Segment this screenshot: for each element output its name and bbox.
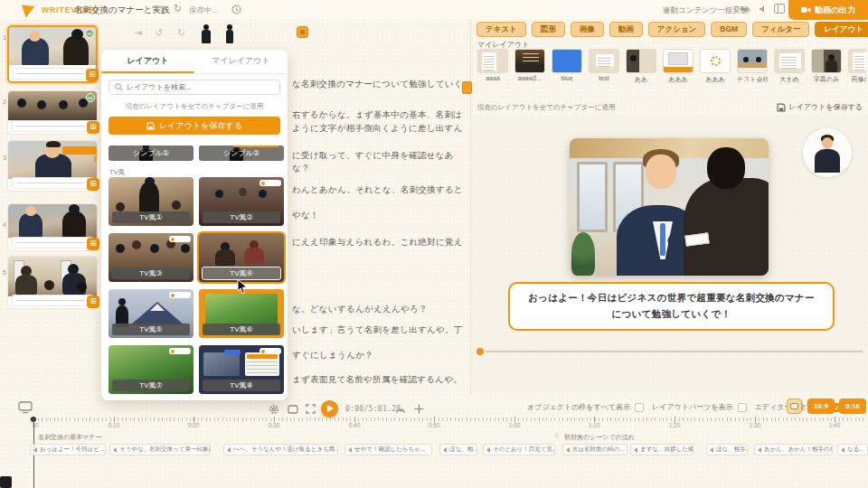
preview-monitor-icon[interactable] <box>288 405 298 414</box>
scene-caption[interactable] <box>13 68 92 80</box>
script-line[interactable]: な名刺交換のマナーについて勉強していく <box>292 79 471 90</box>
tab-actions[interactable]: アクション <box>648 22 706 37</box>
pan-tool-icon[interactable] <box>414 404 424 414</box>
script-line[interactable]: にええ印象与えられるわ。これ絶対に覚え <box>292 237 471 249</box>
chapter-title-2[interactable]: 初対面のシーンでの流れ <box>564 433 635 442</box>
my-layout-item[interactable]: 画像の... <box>848 49 866 84</box>
timeline-clip-7[interactable]: 次は初対面の時の... <box>562 444 627 455</box>
scene-layout-button[interactable]: ⊞ <box>87 238 99 250</box>
my-layout-item[interactable]: aaaw2... <box>514 49 545 84</box>
scene-item-2[interactable]: ⊞ <box>7 90 98 135</box>
layout-option-tv-2[interactable]: TV風② <box>199 177 284 226</box>
apply-all-chapters-link-right[interactable]: 現在のレイアウトを全てのチャプターに適用 <box>477 103 615 112</box>
tab-video[interactable]: 動画 <box>609 22 643 37</box>
history-clock-icon[interactable] <box>231 5 241 14</box>
scene-layout-button[interactable]: ⊞ <box>87 178 99 191</box>
my-layout-item[interactable]: blue <box>552 49 582 84</box>
chapter-drag-handle[interactable]: ⠿ <box>554 433 559 440</box>
layout-option-simple-2[interactable]: シンプル② <box>199 145 284 161</box>
scene-item-1[interactable]: ⊞ <box>7 25 98 83</box>
script-line[interactable]: いします」言うて名刺を差し出すんや。丁 <box>292 324 471 336</box>
tab-layout-active[interactable]: レイアウト <box>815 22 868 37</box>
timeline-clip-11[interactable]: なる... <box>837 444 868 455</box>
translate-icon[interactable]: Aあ <box>740 5 750 14</box>
save-layout-link[interactable]: レイアウトを保存する <box>777 102 863 112</box>
export-video-button[interactable]: 動画の出力 <box>788 0 868 20</box>
chapter-title-1[interactable]: 名刺交換の基本マナー <box>38 433 102 442</box>
settings-gear-icon[interactable] <box>269 404 279 415</box>
layout-option-tv-3[interactable]: TV風③ <box>108 233 193 282</box>
my-layout-item[interactable]: test <box>589 49 619 84</box>
tab-layouts[interactable]: レイアウト <box>101 50 194 72</box>
script-line[interactable]: に受け取って、すぐに中身を確認せなあ <box>292 150 471 162</box>
tab-bgm[interactable]: BGM <box>711 22 747 37</box>
timeline-clip-5[interactable]: ほな、相... <box>439 444 477 455</box>
my-layout-item[interactable]: 字幕のみ <box>811 49 842 84</box>
timeline-ruler[interactable] <box>30 418 866 421</box>
script-line[interactable]: すぐにしまうんか？ <box>292 350 471 361</box>
tab-shapes[interactable]: 図形 <box>532 22 565 37</box>
panel-collapse-handle[interactable] <box>462 81 472 94</box>
scene-item-5[interactable]: ⊞ <box>7 256 98 309</box>
layout-option-tv-1[interactable]: TV風① <box>108 177 193 226</box>
playback-speed-icon[interactable] <box>395 405 406 414</box>
script-line[interactable]: ように文字が相手側向くように差し出すん <box>292 123 471 135</box>
scene-caption[interactable] <box>12 177 93 189</box>
tab-filters[interactable]: フィルター <box>752 22 809 37</box>
script-line[interactable]: な？ <box>292 163 471 174</box>
tab-images[interactable]: 画像 <box>571 22 604 37</box>
selected-element-indicator-icon[interactable] <box>297 26 308 38</box>
character-1-button[interactable] <box>201 24 212 43</box>
audio-icon[interactable] <box>759 5 768 14</box>
timeline-clip-4[interactable]: せやで！確認したらちゃ... <box>344 444 432 455</box>
ratio-16-9-button[interactable]: 16:9 <box>807 399 835 414</box>
show-layout-parts-checkbox[interactable] <box>738 403 747 412</box>
script-line[interactable]: な。どないするんがええんやろ？ <box>292 304 471 315</box>
timeline-clip-1[interactable]: おっはよー！今日はビ... <box>30 444 106 455</box>
scene-caption[interactable] <box>12 237 93 249</box>
subtitle-bubble[interactable]: おっはよー！今日はビジネスの世界で超重要な名刺交換のマナーについて勉強していくで… <box>508 282 835 331</box>
scene-language-icon[interactable] <box>86 93 95 102</box>
script-line[interactable]: 右するからな。まず基本中の基本、名刺は <box>292 109 471 121</box>
layout-option-simple-1[interactable]: シンプル① <box>108 145 193 161</box>
script-line[interactable]: わんとあかん。それとな、名刺交換すると <box>292 184 471 196</box>
layout-parts-icon-button[interactable] <box>787 399 802 414</box>
undo-icon[interactable]: ↺ <box>155 27 163 39</box>
layout-search-box[interactable] <box>108 80 280 95</box>
character-2-button[interactable] <box>224 24 235 43</box>
timeline-clip-6[interactable]: そのとおり！目見て笑... <box>483 444 555 455</box>
layout-option-tv-4-selected[interactable]: TV風④ <box>199 233 284 282</box>
scene-caption[interactable] <box>12 120 93 132</box>
save-layout-button[interactable]: レイアウトを保存する <box>108 117 280 135</box>
my-layout-item[interactable]: ああ <box>626 49 656 84</box>
presenter-avatar[interactable] <box>803 128 852 177</box>
screen-mode-icon[interactable] <box>18 401 33 414</box>
show-object-frames-checkbox[interactable] <box>635 403 644 412</box>
fullscreen-icon[interactable] <box>306 404 316 414</box>
bulk-content-change-label[interactable]: 連動コンテンツ一括変更 <box>663 5 749 16</box>
script-line[interactable]: やな！ <box>292 210 471 221</box>
preview-video-frame[interactable] <box>570 138 769 276</box>
my-layout-item[interactable]: テスト会社 <box>737 49 768 84</box>
timeline-clip-9[interactable]: ほな、相手... <box>706 444 748 455</box>
layout-search-input[interactable] <box>127 83 262 91</box>
preview-progress-track[interactable] <box>486 351 863 352</box>
ratio-9-16-button[interactable]: 9:16 <box>839 399 866 414</box>
timeline-clip-8[interactable]: まずな、挨拶した後... <box>630 444 693 455</box>
tab-my-layouts[interactable]: マイレイアウト <box>194 50 288 72</box>
scene-layout-button[interactable]: ⊞ <box>87 296 99 308</box>
redo-icon[interactable]: ↻ <box>177 27 185 39</box>
play-button[interactable] <box>321 400 338 418</box>
scene-item-3[interactable]: ⊞ <box>7 140 98 192</box>
layout-option-tv-8[interactable]: TV風⑧ <box>199 345 284 394</box>
timeline-clip-3[interactable]: へへ、そうなんや！受け取るときも両... <box>223 444 338 455</box>
refresh-icon[interactable]: ↻ <box>174 4 182 14</box>
timeline-clip-10[interactable]: あかん、あかん！相手の名... <box>754 444 833 455</box>
panel-layout-icon[interactable] <box>774 4 785 14</box>
project-title[interactable]: 名刺交換のマナーと実践 <box>74 5 169 16</box>
tab-text[interactable]: テキスト <box>476 22 526 37</box>
jump-icon[interactable]: ⇥ <box>134 27 142 39</box>
script-line[interactable]: まず表面見て名前や所属を確認するんや。 <box>292 374 471 386</box>
scene-caption[interactable] <box>12 295 93 306</box>
my-layout-item[interactable]: aaaa <box>477 49 508 84</box>
